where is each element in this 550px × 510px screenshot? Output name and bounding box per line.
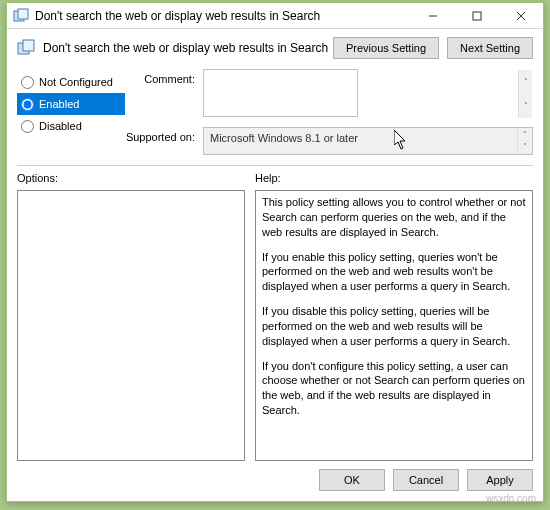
radio-enabled[interactable]: Enabled [17, 93, 125, 115]
previous-setting-button[interactable]: Previous Setting [333, 37, 439, 59]
options-label: Options: [17, 172, 255, 184]
help-label: Help: [255, 172, 281, 184]
policy-title: Don't search the web or display web resu… [43, 41, 333, 55]
radio-disabled[interactable]: Disabled [17, 115, 125, 137]
options-pane [17, 190, 245, 461]
supported-on-label: Supported on: [125, 127, 203, 143]
help-text: This policy setting allows you to contro… [262, 195, 526, 240]
radio-enabled-label: Enabled [39, 98, 79, 110]
radio-enabled-input[interactable] [21, 98, 34, 111]
separator [17, 165, 533, 166]
next-setting-button[interactable]: Next Setting [447, 37, 533, 59]
help-text: If you don't configure this policy setti… [262, 359, 526, 418]
supported-scroll[interactable]: ˄˅ [517, 129, 531, 153]
help-text: If you enable this policy setting, queri… [262, 250, 526, 295]
maximize-button[interactable] [455, 3, 499, 28]
cancel-button[interactable]: Cancel [393, 469, 459, 491]
supported-on-text: Microsoft Windows 8.1 or later [210, 132, 358, 144]
dialog-footer: OK Cancel Apply [7, 461, 543, 501]
help-text: If you disable this policy setting, quer… [262, 304, 526, 349]
comment-label: Comment: [125, 69, 203, 85]
comment-input[interactable] [203, 69, 358, 117]
radio-disabled-input[interactable] [21, 120, 34, 133]
watermark: wsxdn.com [486, 493, 536, 504]
comment-scroll[interactable]: ˄˅ [518, 70, 532, 118]
radio-not-configured-label: Not Configured [39, 76, 113, 88]
window-controls [411, 3, 543, 28]
svg-rect-1 [18, 9, 28, 19]
config-area: Not Configured Enabled Disabled Comment:… [7, 69, 543, 155]
minimize-button[interactable] [411, 3, 455, 28]
svg-rect-7 [23, 40, 34, 51]
radio-not-configured-input[interactable] [21, 76, 34, 89]
supported-on-value: Microsoft Windows 8.1 or later ˄˅ [203, 127, 533, 155]
ok-button[interactable]: OK [319, 469, 385, 491]
pane-labels: Options: Help: [7, 172, 543, 184]
policy-app-icon [13, 8, 29, 24]
help-pane: This policy setting allows you to contro… [255, 190, 533, 461]
window-title: Don't search the web or display web resu… [35, 9, 320, 23]
close-button[interactable] [499, 3, 543, 28]
svg-rect-3 [473, 12, 481, 20]
policy-icon [17, 39, 35, 57]
radio-disabled-label: Disabled [39, 120, 82, 132]
policy-header: Don't search the web or display web resu… [7, 29, 543, 69]
apply-button[interactable]: Apply [467, 469, 533, 491]
radio-not-configured[interactable]: Not Configured [17, 71, 125, 93]
titlebar: Don't search the web or display web resu… [7, 3, 543, 29]
dialog-window: Don't search the web or display web resu… [6, 2, 544, 502]
state-radios: Not Configured Enabled Disabled [17, 69, 125, 155]
